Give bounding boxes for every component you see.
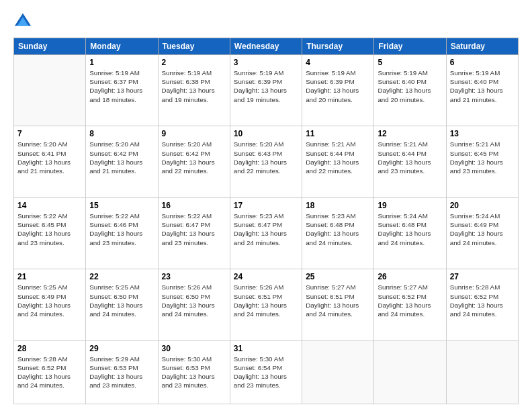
day-info: Sunrise: 5:19 AM Sunset: 6:40 PM Dayligh… [450,68,515,104]
day-info: Sunrise: 5:20 AM Sunset: 6:42 PM Dayligh… [162,140,226,175]
calendar-cell: 12Sunrise: 5:21 AM Sunset: 6:44 PM Dayli… [374,126,446,197]
page: SundayMondayTuesdayWednesdayThursdayFrid… [0,0,532,411]
calendar: SundayMondayTuesdayWednesdayThursdayFrid… [13,38,519,404]
day-number: 9 [162,129,226,138]
day-info: Sunrise: 5:25 AM Sunset: 6:49 PM Dayligh… [17,283,82,318]
day-number: 3 [234,58,298,67]
calendar-cell: 11Sunrise: 5:21 AM Sunset: 6:44 PM Dayli… [302,126,374,197]
calendar-cell: 19Sunrise: 5:24 AM Sunset: 6:48 PM Dayli… [374,197,446,269]
day-number: 5 [378,58,442,67]
day-number: 25 [306,272,370,281]
day-info: Sunrise: 5:19 AM Sunset: 6:38 PM Dayligh… [162,68,226,104]
day-header-saturday: Saturday [446,38,518,55]
calendar-cell: 30Sunrise: 5:30 AM Sunset: 6:53 PM Dayli… [158,340,230,404]
day-number: 1 [89,58,154,67]
day-info: Sunrise: 5:28 AM Sunset: 6:52 PM Dayligh… [450,283,515,318]
day-number: 21 [17,272,82,281]
day-number: 22 [89,272,154,281]
calendar-cell: 29Sunrise: 5:29 AM Sunset: 6:53 PM Dayli… [86,340,158,404]
day-header-monday: Monday [86,38,158,55]
week-row-3: 14Sunrise: 5:22 AM Sunset: 6:45 PM Dayli… [14,197,519,269]
day-number: 28 [17,344,82,353]
day-number: 4 [306,58,370,67]
day-number: 16 [162,201,226,210]
day-info: Sunrise: 5:27 AM Sunset: 6:51 PM Dayligh… [306,283,370,318]
day-number: 15 [89,201,154,210]
day-number: 6 [450,58,515,67]
calendar-cell: 9Sunrise: 5:20 AM Sunset: 6:42 PM Daylig… [158,126,230,197]
day-header-friday: Friday [374,38,446,55]
day-info: Sunrise: 5:22 AM Sunset: 6:46 PM Dayligh… [89,212,154,247]
calendar-cell: 10Sunrise: 5:20 AM Sunset: 6:43 PM Dayli… [230,126,302,197]
day-info: Sunrise: 5:24 AM Sunset: 6:48 PM Dayligh… [378,212,442,247]
week-row-1: 1Sunrise: 5:19 AM Sunset: 6:37 PM Daylig… [14,55,519,126]
calendar-header: SundayMondayTuesdayWednesdayThursdayFrid… [14,38,519,55]
day-info: Sunrise: 5:19 AM Sunset: 6:39 PM Dayligh… [234,68,298,104]
day-info: Sunrise: 5:30 AM Sunset: 6:53 PM Dayligh… [162,355,226,390]
calendar-cell [14,55,86,126]
calendar-cell [446,340,518,404]
week-row-4: 21Sunrise: 5:25 AM Sunset: 6:49 PM Dayli… [14,269,519,340]
calendar-cell: 18Sunrise: 5:23 AM Sunset: 6:48 PM Dayli… [302,197,374,269]
day-number: 7 [17,129,82,138]
day-info: Sunrise: 5:28 AM Sunset: 6:52 PM Dayligh… [17,355,82,390]
day-header-wednesday: Wednesday [230,38,302,55]
day-number: 29 [89,344,154,353]
day-info: Sunrise: 5:20 AM Sunset: 6:42 PM Dayligh… [89,140,154,175]
calendar-cell: 3Sunrise: 5:19 AM Sunset: 6:39 PM Daylig… [230,55,302,126]
day-number: 14 [17,201,82,210]
day-info: Sunrise: 5:23 AM Sunset: 6:48 PM Dayligh… [306,212,370,247]
day-header-thursday: Thursday [302,38,374,55]
day-info: Sunrise: 5:21 AM Sunset: 6:45 PM Dayligh… [450,140,515,175]
day-number: 20 [450,201,515,210]
calendar-cell [302,340,374,404]
calendar-cell: 16Sunrise: 5:22 AM Sunset: 6:47 PM Dayli… [158,197,230,269]
day-number: 8 [89,129,154,138]
days-of-week-row: SundayMondayTuesdayWednesdayThursdayFrid… [14,38,519,55]
day-info: Sunrise: 5:29 AM Sunset: 6:53 PM Dayligh… [89,355,154,390]
day-number: 18 [306,201,370,210]
day-number: 13 [450,129,515,138]
day-info: Sunrise: 5:19 AM Sunset: 6:37 PM Dayligh… [89,68,154,104]
calendar-cell: 8Sunrise: 5:20 AM Sunset: 6:42 PM Daylig… [86,126,158,197]
calendar-cell: 26Sunrise: 5:27 AM Sunset: 6:52 PM Dayli… [374,269,446,340]
calendar-cell: 15Sunrise: 5:22 AM Sunset: 6:46 PM Dayli… [86,197,158,269]
calendar-cell: 6Sunrise: 5:19 AM Sunset: 6:40 PM Daylig… [446,55,518,126]
calendar-body: 1Sunrise: 5:19 AM Sunset: 6:37 PM Daylig… [14,55,519,404]
day-number: 2 [162,58,226,67]
calendar-cell: 7Sunrise: 5:20 AM Sunset: 6:41 PM Daylig… [14,126,86,197]
calendar-cell: 23Sunrise: 5:26 AM Sunset: 6:50 PM Dayli… [158,269,230,340]
day-info: Sunrise: 5:21 AM Sunset: 6:44 PM Dayligh… [306,140,370,175]
day-number: 10 [234,129,298,138]
calendar-cell: 14Sunrise: 5:22 AM Sunset: 6:45 PM Dayli… [14,197,86,269]
day-info: Sunrise: 5:22 AM Sunset: 6:47 PM Dayligh… [162,212,226,247]
week-row-2: 7Sunrise: 5:20 AM Sunset: 6:41 PM Daylig… [14,126,519,197]
day-info: Sunrise: 5:19 AM Sunset: 6:39 PM Dayligh… [306,68,370,104]
day-info: Sunrise: 5:25 AM Sunset: 6:50 PM Dayligh… [89,283,154,318]
day-info: Sunrise: 5:26 AM Sunset: 6:50 PM Dayligh… [162,283,226,318]
day-header-tuesday: Tuesday [158,38,230,55]
day-info: Sunrise: 5:27 AM Sunset: 6:52 PM Dayligh… [378,283,442,318]
day-info: Sunrise: 5:20 AM Sunset: 6:43 PM Dayligh… [234,140,298,175]
day-info: Sunrise: 5:24 AM Sunset: 6:49 PM Dayligh… [450,212,515,247]
logo [13,12,35,31]
day-header-sunday: Sunday [14,38,86,55]
calendar-cell: 24Sunrise: 5:26 AM Sunset: 6:51 PM Dayli… [230,269,302,340]
calendar-cell: 20Sunrise: 5:24 AM Sunset: 6:49 PM Dayli… [446,197,518,269]
day-number: 24 [234,272,298,281]
day-number: 17 [234,201,298,210]
calendar-cell [374,340,446,404]
calendar-cell: 31Sunrise: 5:30 AM Sunset: 6:54 PM Dayli… [230,340,302,404]
calendar-cell: 25Sunrise: 5:27 AM Sunset: 6:51 PM Dayli… [302,269,374,340]
calendar-cell: 21Sunrise: 5:25 AM Sunset: 6:49 PM Dayli… [14,269,86,340]
day-number: 27 [450,272,515,281]
calendar-cell: 17Sunrise: 5:23 AM Sunset: 6:47 PM Dayli… [230,197,302,269]
day-number: 19 [378,201,442,210]
week-row-5: 28Sunrise: 5:28 AM Sunset: 6:52 PM Dayli… [14,340,519,404]
calendar-cell: 2Sunrise: 5:19 AM Sunset: 6:38 PM Daylig… [158,55,230,126]
day-info: Sunrise: 5:19 AM Sunset: 6:40 PM Dayligh… [378,68,442,104]
day-info: Sunrise: 5:20 AM Sunset: 6:41 PM Dayligh… [17,140,82,175]
logo-icon [13,12,32,31]
day-info: Sunrise: 5:23 AM Sunset: 6:47 PM Dayligh… [234,212,298,247]
day-number: 11 [306,129,370,138]
